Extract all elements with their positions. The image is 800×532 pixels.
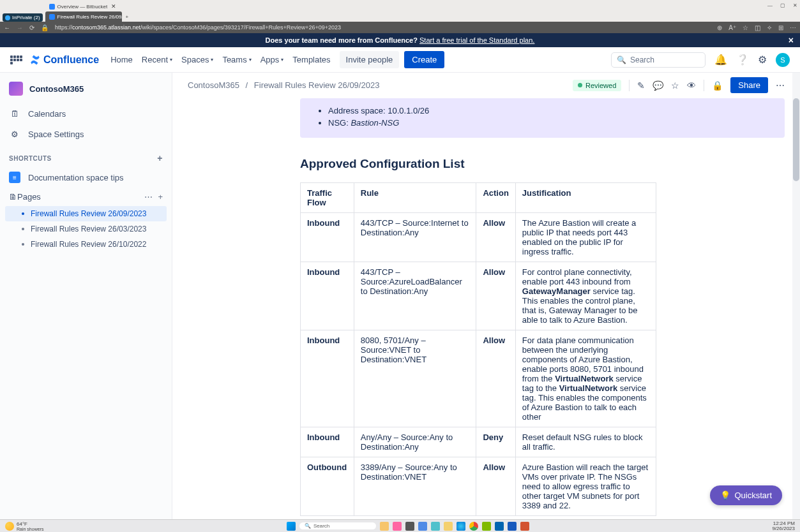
back-button[interactable]: ←	[4, 24, 10, 31]
avatar[interactable]: S	[776, 53, 790, 67]
start-button[interactable]	[287, 522, 296, 531]
promo-banner: Does your team need more from Confluence…	[0, 33, 800, 47]
page-tree-item[interactable]: Firewall Rules Review 26/03/2023	[0, 221, 172, 237]
share-button[interactable]: Share	[730, 77, 768, 93]
extensions-icon[interactable]: ⊞	[778, 24, 783, 31]
minimize-button[interactable]: —	[767, 3, 773, 8]
table-row: Outbound3389/Any – Source:Any to Destina…	[301, 457, 656, 516]
help-icon[interactable]: ❔	[736, 54, 749, 66]
taskbar-edge[interactable]	[457, 522, 465, 531]
banner-link[interactable]: Start a free trial of the Standard plan.	[419, 36, 534, 44]
config-table: Traffic FlowRuleActionJustification Inbo…	[300, 182, 656, 516]
taskbar-chrome[interactable]	[469, 522, 478, 531]
notifications-icon[interactable]: 🔔	[714, 54, 727, 66]
invite-people-button[interactable]: Invite people	[340, 51, 400, 68]
search-icon: 🔍	[617, 55, 626, 64]
split-screen-icon[interactable]: ◫	[755, 24, 760, 31]
breadcrumb: ContosoM365 / Firewall Rules Review 26/0…	[188, 80, 379, 90]
restrictions-icon[interactable]: 🔒	[712, 80, 723, 91]
doc-icon: ≡	[9, 172, 20, 183]
shortcuts-header: SHORTCUTS	[9, 155, 52, 162]
add-page-button[interactable]: +	[158, 192, 163, 202]
breadcrumb-current[interactable]: Firewall Rules Review 26/09/2023	[254, 80, 380, 90]
browser-tab[interactable]: Overview — Bitbucket✕	[45, 1, 122, 11]
tab-close-icon[interactable]: ✕	[111, 3, 116, 10]
taskbar-word[interactable]	[508, 522, 517, 531]
shortcut-item[interactable]: ≡Documentation space tips	[0, 167, 172, 188]
refresh-button[interactable]: ⟳	[29, 24, 34, 31]
table-header: Rule	[354, 183, 476, 213]
add-shortcut-button[interactable]: +	[157, 153, 163, 163]
taskbar-app[interactable]	[431, 522, 440, 531]
collections-icon[interactable]: ✧	[767, 24, 772, 31]
browser-tab-strip: InPrivate (2) Microsoft 365 Certificatio…	[0, 10, 800, 22]
taskbar-app[interactable]	[380, 522, 389, 531]
address-bar[interactable]: https://contosom365.atlassian.net/wiki/s…	[55, 24, 711, 31]
topnav-item[interactable]: Teams▾	[222, 55, 251, 64]
create-button[interactable]: Create	[404, 51, 444, 68]
taskbar-app[interactable]	[444, 522, 453, 531]
new-tab-button[interactable]: +	[122, 11, 133, 22]
table-header: Traffic Flow	[301, 183, 354, 213]
sidebar-item-pages[interactable]: 🗎Pages	[9, 192, 41, 202]
section-heading: Approved Configuration List	[300, 157, 785, 171]
taskbar-outlook[interactable]	[495, 522, 504, 531]
taskbar-app[interactable]	[405, 522, 414, 531]
maximize-button[interactable]: ▢	[780, 3, 785, 8]
search-input[interactable]: 🔍Search	[611, 52, 706, 68]
address-bar-row: ← → ⟳ 🔒 https://contosom365.atlassian.ne…	[0, 22, 800, 33]
sidebar-item-space-settings[interactable]: ⚙Space Settings	[0, 124, 172, 144]
topnav-item[interactable]: Spaces▾	[181, 55, 213, 64]
comments-icon[interactable]: 💬	[653, 80, 663, 91]
taskbar-weather[interactable]: 64°FRain showers	[5, 521, 43, 531]
favorite-icon[interactable]: ☆	[743, 24, 748, 31]
status-badge[interactable]: Reviewed	[573, 80, 621, 91]
profile-icon[interactable]: ⋯	[790, 24, 796, 31]
confluence-logo[interactable]: Confluence	[29, 54, 99, 66]
star-icon[interactable]: ☆	[671, 80, 679, 91]
table-header: Justification	[515, 183, 656, 213]
taskbar-app[interactable]	[393, 522, 402, 531]
breadcrumb-root[interactable]: ContosoM365	[188, 80, 239, 90]
sidebar-item-calendars[interactable]: 🗓Calendars	[0, 103, 172, 124]
table-header: Action	[476, 183, 515, 213]
edit-icon[interactable]: ✎	[637, 80, 645, 91]
scrollbar-thumb[interactable]	[793, 98, 799, 181]
site-info-icon[interactable]: 🔒	[41, 24, 49, 31]
top-navigation: Confluence HomeRecent▾Spaces▾Teams▾Apps▾…	[0, 47, 800, 73]
taskbar-search[interactable]: 🔍Search	[299, 522, 376, 529]
space-name[interactable]: ContosoM365	[29, 84, 84, 94]
topnav-item[interactable]: Home	[110, 55, 133, 64]
taskbar-app[interactable]	[482, 522, 491, 531]
windows-taskbar: 64°FRain showers 🔍Search 12:24 PM 9/26/2…	[0, 519, 800, 532]
taskbar-app[interactable]	[520, 522, 529, 531]
main-content: ContosoM365 / Firewall Rules Review 26/0…	[172, 73, 800, 519]
banner-close-icon[interactable]: ×	[789, 35, 794, 45]
topnav-item[interactable]: Recent▾	[142, 55, 172, 64]
quickstart-button[interactable]: 💡Quickstart	[710, 485, 782, 505]
zoom-icon[interactable]: ⊕	[717, 24, 722, 31]
topnav-item[interactable]: Apps▾	[260, 55, 284, 64]
topnav-item[interactable]: Templates	[292, 55, 330, 64]
pages-more-icon[interactable]: ⋯	[144, 192, 153, 202]
space-icon	[9, 82, 23, 96]
browser-tab[interactable]: Firewall Rules Review 26/09/20…✕	[45, 11, 122, 22]
watch-icon[interactable]: 👁	[687, 80, 696, 91]
app-switcher-icon[interactable]	[10, 53, 24, 67]
page-tree-item[interactable]: Firewall Rules Review 26/10/2022	[0, 237, 172, 252]
table-row: Inbound8080, 5701/Any – Source:VNET to D…	[301, 330, 656, 427]
taskbar-clock[interactable]: 12:24 PM 9/26/2023	[772, 521, 795, 531]
space-sidebar: ContosoM365 🗓Calendars ⚙Space Settings S…	[0, 73, 172, 519]
inprivate-badge: InPrivate (2)	[3, 13, 43, 22]
close-window-button[interactable]: ✕	[793, 3, 797, 8]
taskbar-app[interactable]	[418, 522, 427, 531]
info-panel: Address space: 10.0.1.0/26 NSG: Bastion-…	[300, 98, 785, 138]
page-tree-item[interactable]: Firewall Rules Review 26/09/2023	[5, 206, 167, 221]
weather-icon	[5, 522, 14, 531]
read-aloud-icon[interactable]: A⁺	[728, 24, 736, 31]
table-row: Inbound443/TCP – Source:AzureLoadBalance…	[301, 262, 656, 330]
settings-gear-icon[interactable]: ⚙	[758, 54, 767, 66]
gear-icon: ⚙	[9, 128, 20, 140]
forward-button[interactable]: →	[17, 24, 23, 31]
more-actions-icon[interactable]: ⋯	[776, 80, 785, 91]
